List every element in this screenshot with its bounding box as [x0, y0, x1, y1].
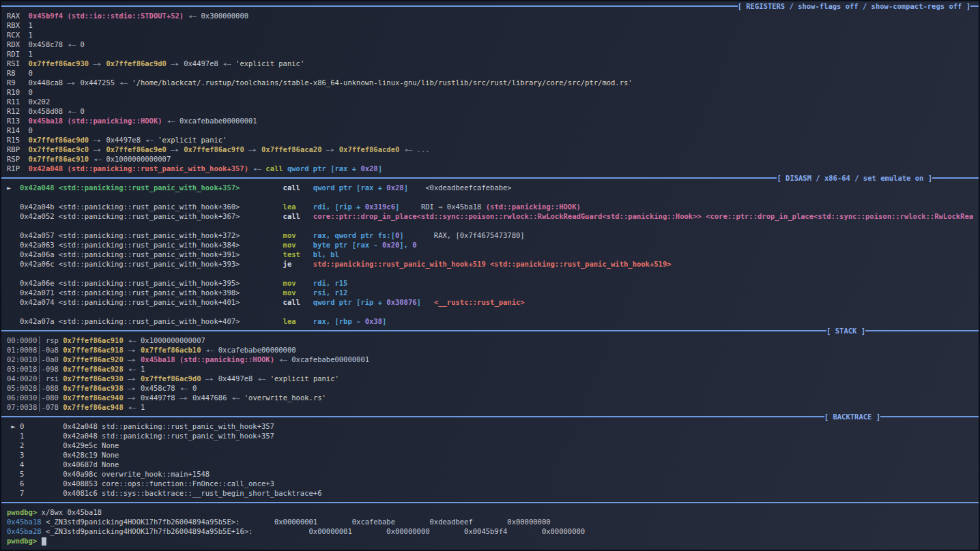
text-segment: —▸	[171, 145, 184, 153]
stack-row: 04:0020│ rsi 0x7ffef86ac930 —▸ 0x7ffef86…	[1, 374, 979, 383]
separator-line	[1, 416, 824, 417]
disasm-row	[1, 192, 979, 202]
text-segment: 0	[80, 107, 84, 115]
text-segment: 4 0x40687d None	[7, 460, 119, 468]
text-segment: 0x20	[382, 241, 399, 249]
text-segment: 2 0x429e5c None	[7, 441, 119, 449]
text-segment: 01:0008	[7, 346, 37, 354]
disasm-row: 0x42a04b <std::panicking::rust_panic_wit…	[1, 202, 979, 211]
stack-pane: 00:0000│ rsp 0x7ffef86ac910 ◂— 0x1000000…	[1, 336, 979, 412]
text-segment: —▸	[93, 59, 106, 68]
text-segment: 0x7ffef86ac938	[63, 384, 128, 392]
text-segment: R8	[7, 69, 29, 77]
stack-section-header: [ STACK ]	[1, 326, 979, 336]
text-segment: 'explicit panic'	[235, 59, 304, 68]
text-segment: <0xdeadbeefcafebabe>	[425, 183, 511, 192]
text-segment: 0x7ffef86ac920	[63, 355, 128, 363]
terminal-prompt-input[interactable]: pwndbg>	[1, 536, 979, 546]
text-segment: RAX	[7, 12, 29, 20]
text-segment: —▸	[128, 374, 141, 383]
text-segment: ◂—	[257, 374, 270, 383]
disasm-section-title: [ DISASM / x86-64 / set emulate on ]	[777, 173, 932, 183]
stack-row: 05:0028│-088 0x7ffef86ac938 —▸ 0x458c78 …	[1, 383, 979, 393]
backtrace-row: ► 0 0x42a048 std::panicking::rust_panic_…	[1, 421, 979, 431]
stack-section-title: [ STACK ]	[826, 326, 865, 336]
text-segment: 0x300000000	[201, 12, 248, 20]
text-segment: RIP	[7, 164, 29, 173]
text-segment: 04:0020	[7, 374, 37, 383]
text-segment: 0xcafebabe00000001	[179, 117, 257, 125]
text-segment: 0xcafebabe00000001	[291, 355, 369, 363]
backtrace-row: 4 0x40687d None	[1, 460, 979, 469]
text-segment: -078	[42, 403, 63, 411]
text-segment: 'explicit panic'	[158, 136, 227, 144]
text-segment: je	[283, 260, 292, 268]
text-segment	[408, 183, 425, 192]
text-segment: 0x458c78	[141, 384, 179, 392]
text-segment: 0x447686	[192, 393, 231, 402]
text-segment	[300, 183, 313, 192]
text-segment: mov	[283, 288, 296, 297]
text-segment: ◂—	[68, 107, 81, 115]
disasm-row: 0x42a06c <std::panicking::rust_panic_wit…	[1, 259, 979, 269]
console-row: 0x45ba28 <_ZN3std9panicking4HOOK17h7fb26…	[1, 526, 979, 536]
text-segment: 00:0000	[7, 336, 37, 344]
text-segment: 0x7ffef86aca20	[261, 145, 326, 153]
text-segment: ◂—	[128, 403, 141, 411]
text-segment: <_ZN3std9panicking4HOOK17h7fb26004894a95…	[46, 518, 240, 526]
text-segment: —▸	[93, 145, 106, 153]
text-segment: 0x7ffef86ac930	[63, 374, 128, 383]
text-segment: -080	[42, 393, 63, 402]
text-segment	[296, 279, 313, 287]
text-segment: 07:0038	[7, 403, 37, 411]
text-segment: ◂— ...	[404, 145, 430, 153]
backtrace-row: 1 0x42a048 std::panicking::rust_panic_wi…	[1, 431, 979, 441]
text-segment	[296, 288, 313, 297]
text-segment: -088	[42, 384, 63, 392]
text-segment: mov	[283, 279, 296, 287]
registers-row: R13 0x45ba18 (std::panicking::HOOK) ◂— 0…	[1, 116, 979, 125]
text-segment: 0x42a048 <std::panicking::rust_panic_wit…	[20, 183, 240, 192]
text-segment: —▸	[68, 78, 81, 87]
text-segment	[300, 250, 313, 258]
text-segment: rdi, [rip +	[313, 203, 365, 211]
backtrace-section-header: [ BACKTRACE ]	[1, 412, 979, 421]
registers-row: RBP 0x7ffef86ac9c0 —▸ 0x7ffef86ac9e0 —▸ …	[1, 145, 979, 154]
text-segment: call	[265, 164, 287, 173]
text-segment: R11	[7, 98, 29, 106]
text-segment: bl, bl	[313, 250, 339, 258]
text-segment: R12	[7, 107, 29, 115]
text-segment: -098	[42, 365, 63, 373]
disasm-row: 0x42a052 <std::panicking::rust_panic_wit…	[1, 211, 979, 221]
text-segment: byte ptr [rax -	[313, 241, 382, 249]
text-segment: R9	[7, 78, 29, 87]
text-segment	[300, 298, 313, 306]
disasm-row	[1, 269, 979, 278]
text-segment: 1 0x42a048 std::panicking::rust_panic_wi…	[7, 432, 274, 440]
text-segment: 0x45ba18 (std::panicking::HOOK)	[29, 117, 167, 125]
registers-row: R10 0	[1, 87, 979, 97]
registers-row: R9 0x448ca8 —▸ 0x447255 ◂— '/home/blackc…	[1, 78, 979, 87]
text-segment: —▸	[128, 346, 141, 354]
text-segment: 0x42a048 (std::panicking::rust_panic_wit…	[29, 164, 253, 173]
registers-row: R15 0x7ffef86ac9d0 —▸ 0x4497e8 ◂— 'expli…	[1, 135, 979, 145]
separator-line	[1, 177, 777, 179]
text-segment: mov	[283, 231, 296, 239]
disasm-row: 0x42a07a <std::panicking::rust_panic_wit…	[1, 316, 979, 326]
text-segment: 0x7ffef86ac9d0	[29, 136, 93, 144]
text-segment: 0	[29, 88, 33, 96]
stack-row: 02:0010│-0a0 0x7ffef86ac920 —▸ 0x45ba18 …	[1, 355, 979, 364]
text-segment: 0x45ba18	[7, 518, 46, 526]
text-segment: -0a0	[42, 355, 63, 363]
text-segment: 0x42a052 <std::panicking::rust_panic_wit…	[7, 212, 283, 220]
text-segment: 0x448ca8	[29, 78, 68, 87]
text-segment: pwndbg>	[7, 508, 42, 516]
text-segment	[291, 260, 313, 268]
text-segment: ]	[378, 164, 382, 173]
text-segment: —▸	[128, 384, 141, 392]
text-segment: 0	[80, 40, 84, 48]
text-segment: ◂—	[128, 365, 141, 373]
text-segment	[240, 183, 283, 192]
text-segment: 1	[29, 21, 33, 29]
text-segment: 0x7ffef86ac9d0	[106, 59, 171, 68]
